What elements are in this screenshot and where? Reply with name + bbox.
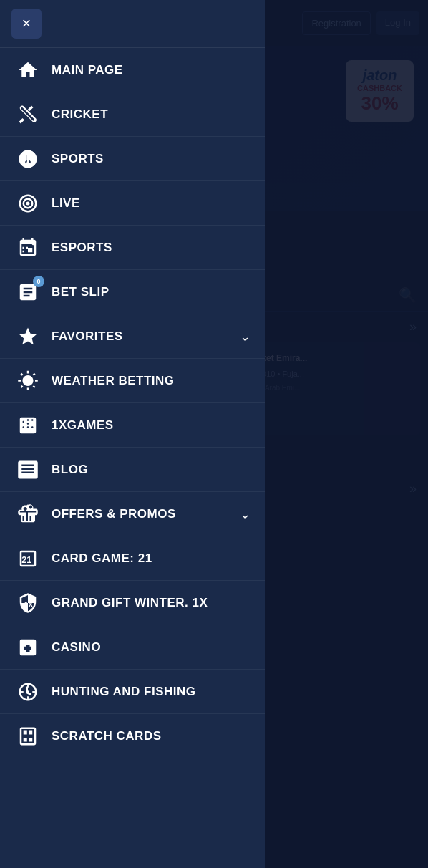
svg-rect-6 (23, 642, 26, 645)
live-label: LIVE (52, 196, 251, 211)
scratch-icon (14, 723, 42, 750)
grandgift-icon: 1X (14, 589, 42, 617)
esports-label: ESPORTS (52, 241, 251, 255)
menu-item-favorites[interactable]: FAVORITES ⌄ (0, 314, 265, 359)
casino-label: CASINO (52, 640, 251, 655)
cricket-label: CRICKET (52, 107, 251, 122)
menu-item-esports[interactable]: ESPORTS (0, 226, 265, 270)
menu-item-cricket[interactable]: CRICKET (0, 92, 265, 137)
menu-item-main-page[interactable]: MAIN PAGE (0, 48, 265, 92)
hunting-icon (14, 678, 42, 705)
menu-item-sports[interactable]: SPORTS (0, 137, 265, 181)
star-icon (14, 323, 42, 350)
favorites-label: FAVORITES (52, 329, 234, 344)
live-icon (14, 190, 42, 217)
menu-item-live[interactable]: LIVE (0, 181, 265, 226)
menu-item-hunting-fishing[interactable]: HUNTING AND FISHING (0, 670, 265, 714)
svg-rect-8 (30, 642, 33, 645)
blog-label: BLOG (52, 463, 251, 477)
casino-icon (14, 634, 42, 661)
close-menu-button[interactable]: × (11, 9, 42, 39)
svg-point-3 (26, 201, 30, 205)
menu-item-casino[interactable]: CASINO (0, 625, 265, 670)
svg-point-9 (26, 690, 29, 693)
menu-item-grand-gift[interactable]: 1X GRAND GIFT WINTER. 1X (0, 581, 265, 625)
dice-icon (14, 412, 42, 439)
menu-item-scratch-cards[interactable]: SCRATCH CARDS (0, 714, 265, 758)
home-icon (14, 57, 42, 84)
menu-item-weather-betting[interactable]: WEATHER BETTING (0, 359, 265, 403)
offers-arrow-icon: ⌄ (240, 506, 251, 522)
cricket-icon (14, 101, 42, 128)
1xgames-label: 1XGAMES (52, 418, 251, 433)
svg-text:1X: 1X (24, 601, 34, 609)
svg-text:21: 21 (21, 555, 31, 565)
menu-item-bet-slip[interactable]: 0 BET SLIP (0, 270, 265, 314)
svg-rect-7 (26, 642, 29, 645)
blog-icon (14, 456, 42, 483)
gift-icon (14, 501, 42, 528)
card-game-21-label: CARD GAME: 21 (52, 551, 251, 566)
scratch-cards-label: SCRATCH CARDS (52, 729, 251, 743)
card21-icon: 21 (14, 545, 42, 572)
sports-icon (14, 145, 42, 173)
bet-slip-label: BET SLIP (52, 285, 251, 299)
offers-promos-label: OFFERS & PROMOS (52, 507, 234, 521)
menu-item-offers-promos[interactable]: OFFERS & PROMOS ⌄ (0, 492, 265, 536)
menu-item-blog[interactable]: BLOG (0, 448, 265, 492)
favorites-arrow-icon: ⌄ (240, 329, 251, 344)
weather-icon (14, 367, 42, 395)
grand-gift-label: GRAND GIFT WINTER. 1X (52, 596, 251, 610)
hunting-fishing-label: HUNTING AND FISHING (52, 685, 251, 699)
main-page-label: MAIN PAGE (52, 63, 251, 77)
betslip-icon: 0 (14, 279, 42, 306)
weather-betting-label: WEATHER BETTING (52, 374, 251, 388)
bet-slip-badge: 0 (33, 276, 44, 287)
menu-header: × (0, 0, 265, 48)
menu-item-1xgames[interactable]: 1XGAMES (0, 403, 265, 448)
navigation-menu: × MAIN PAGE CRICKET SPORTS (0, 0, 265, 868)
menu-item-card-game-21[interactable]: 21 CARD GAME: 21 (0, 536, 265, 581)
close-icon: × (22, 16, 31, 32)
sports-label: SPORTS (52, 152, 251, 166)
esports-icon (14, 234, 42, 261)
